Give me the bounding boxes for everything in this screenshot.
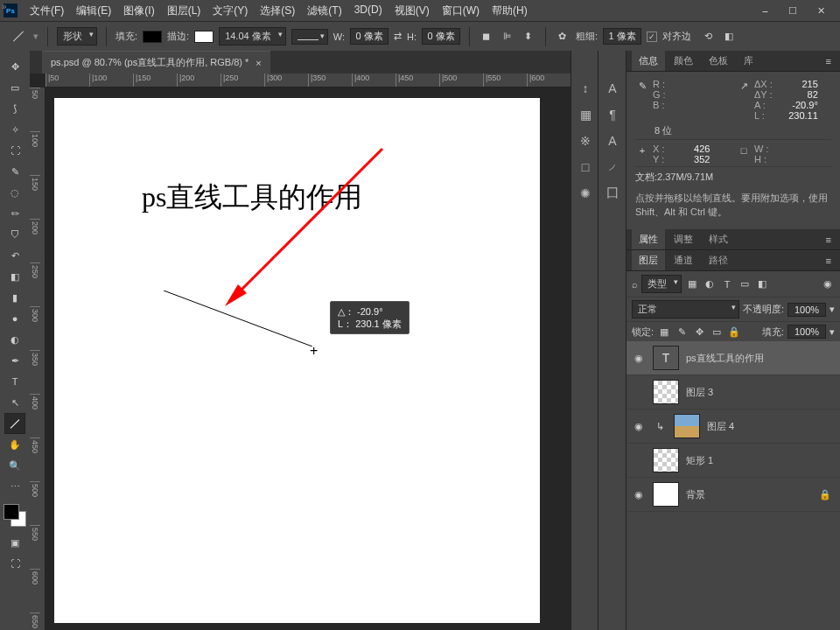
opacity-dropdown-icon[interactable]: ▾	[830, 304, 835, 315]
menu-help[interactable]: 帮助(H)	[486, 0, 533, 22]
menu-layer[interactable]: 图层(L)	[162, 0, 206, 22]
pen-tool[interactable]: ✒	[4, 350, 25, 371]
canvas[interactable]: ps直线工具的作用 + △： -20.9° L： 230.1 像素	[54, 98, 540, 623]
ruler-horizontal[interactable]: |50|100|150|200|250|300|350|400|450|500|…	[46, 74, 570, 88]
menu-filter[interactable]: 滤镜(T)	[302, 0, 346, 22]
hand-tool[interactable]: ✋	[4, 434, 25, 455]
tab-close-icon[interactable]: ×	[256, 58, 261, 68]
layer-name[interactable]: ps直线工具的作用	[686, 352, 764, 365]
gear-icon[interactable]: ✿	[555, 29, 570, 45]
layer-row[interactable]: ◉ 背景 🔒	[626, 478, 840, 512]
move-tool[interactable]: ✥	[4, 56, 25, 77]
eyedropper-tool[interactable]: ✎	[4, 161, 25, 182]
layer-name[interactable]: 图层 4	[707, 420, 734, 433]
tab-styles[interactable]: 样式	[702, 229, 735, 249]
color-swatches[interactable]	[4, 504, 26, 527]
lasso-tool[interactable]: ⟆	[4, 98, 25, 119]
menu-view[interactable]: 视图(V)	[389, 0, 435, 22]
layer-thumbnail[interactable]	[653, 448, 679, 472]
ruler-vertical[interactable]: 50100150200250300350400450500550600650	[30, 88, 46, 630]
extra-panel-icon[interactable]: ✺	[571, 180, 599, 206]
tab-swatches[interactable]: 色板	[702, 51, 735, 71]
layer-name[interactable]: 矩形 1	[686, 454, 713, 467]
fill-opacity-input[interactable]: 100%	[788, 325, 826, 339]
layer-name[interactable]: 图层 3	[686, 386, 713, 399]
close-button[interactable]: ✕	[812, 5, 830, 17]
line-tool[interactable]	[4, 413, 25, 434]
layer-row[interactable]: 矩形 1	[626, 444, 840, 478]
brush-panel-icon[interactable]: ※	[571, 128, 599, 154]
lock-paint-icon[interactable]: ✎	[675, 325, 689, 339]
history-panel-icon[interactable]: ↕	[571, 75, 599, 102]
maximize-button[interactable]: ☐	[784, 5, 802, 17]
quickmask-tool[interactable]: ▣	[4, 532, 25, 553]
screenmode-tool[interactable]: ⛶	[4, 553, 25, 574]
align-icon[interactable]: ⊫	[500, 29, 515, 45]
filter-smart-icon[interactable]: ◧	[755, 277, 769, 291]
tab-paths[interactable]: 路径	[702, 250, 735, 270]
crop-tool[interactable]: ⛶	[4, 140, 25, 161]
opacity-input[interactable]: 100%	[788, 303, 826, 317]
gradient-tool[interactable]: ▮	[4, 287, 25, 308]
layer-kind-dropdown[interactable]: 类型	[641, 275, 682, 293]
arrange-icon[interactable]: ⬍	[521, 29, 536, 45]
layer-row[interactable]: ◉ ↳ 图层 4	[626, 410, 840, 444]
align-edges-checkbox[interactable]: ✓	[647, 32, 657, 42]
character-panel-icon[interactable]: A	[598, 75, 626, 102]
blend-mode-dropdown[interactable]: 正常	[632, 300, 739, 318]
wand-tool[interactable]: ✧	[4, 119, 25, 140]
history-brush-tool[interactable]: ↶	[4, 245, 25, 266]
visibility-icon[interactable]: ◉	[632, 489, 646, 500]
menu-image[interactable]: 图像(I)	[118, 0, 159, 22]
swatches-panel-icon[interactable]: ▦	[571, 102, 599, 128]
layer-thumbnail[interactable]	[653, 482, 679, 507]
visibility-icon[interactable]: ◉	[632, 421, 646, 432]
path-select-tool[interactable]: ↖	[4, 392, 25, 413]
height-input[interactable]: 0 像素	[422, 28, 460, 45]
filter-adjust-icon[interactable]: ◐	[703, 277, 717, 291]
stroke-style-dropdown[interactable]	[291, 29, 328, 45]
layer-thumbnail[interactable]: T	[653, 346, 679, 370]
dodge-tool[interactable]: ◐	[4, 329, 25, 350]
tab-properties[interactable]: 属性	[632, 229, 665, 249]
layer-row[interactable]: 图层 3	[626, 375, 840, 410]
menu-3d[interactable]: 3D(D)	[349, 0, 388, 22]
lock-all-icon[interactable]: 🔒	[727, 325, 741, 339]
tab-adjust[interactable]: 调整	[667, 229, 700, 249]
paragraph-panel-icon[interactable]: ¶	[598, 102, 626, 128]
layer-row[interactable]: ◉ T ps直线工具的作用	[626, 341, 840, 375]
props-panel-menu-icon[interactable]: ≡	[822, 234, 835, 245]
text-tool[interactable]: T	[4, 371, 25, 392]
menu-type[interactable]: 文字(Y)	[207, 0, 253, 22]
artboard-tool[interactable]: ▭	[4, 77, 25, 98]
menu-file[interactable]: 文件(F)	[24, 0, 69, 22]
lock-trans-icon[interactable]: ▦	[657, 325, 671, 339]
stamp-tool[interactable]: ⛉	[4, 224, 25, 245]
width-input[interactable]: 0 像素	[350, 28, 388, 45]
menu-edit[interactable]: 编辑(E)	[71, 0, 116, 22]
toolbar-toggle-icon[interactable]: »	[2, 2, 7, 11]
menu-select[interactable]: 选择(S)	[255, 0, 300, 22]
minimize-button[interactable]: ‒	[756, 5, 774, 17]
filter-text-icon[interactable]: T	[720, 277, 734, 291]
blur-tool[interactable]: ●	[4, 308, 25, 329]
eraser-tool[interactable]: ◧	[4, 266, 25, 287]
lock-pos-icon[interactable]: ✥	[692, 325, 706, 339]
info-panel-menu-icon[interactable]: ≡	[822, 56, 835, 66]
visibility-icon[interactable]: ◉	[632, 353, 646, 364]
document-tab[interactable]: ps.psd @ 80.7% (ps直线工具的作用, RGB/8) * ×	[42, 51, 270, 74]
patch-tool[interactable]: ◌	[4, 182, 25, 203]
tab-channels[interactable]: 通道	[667, 250, 700, 270]
layer-thumbnail[interactable]	[653, 380, 679, 404]
stroke-width-dropdown[interactable]: 14.04 像素	[219, 27, 286, 46]
edit-toolbar[interactable]: ⋯	[4, 476, 25, 497]
tab-layers[interactable]: 图层	[632, 250, 665, 270]
path-ops-icon[interactable]: ◼	[479, 29, 494, 45]
tab-color[interactable]: 颜色	[667, 51, 700, 71]
actions-panel-icon[interactable]: ⟋	[598, 154, 626, 180]
notes-panel-icon[interactable]: 囗	[598, 180, 626, 206]
foreground-color-swatch[interactable]	[4, 504, 19, 520]
filter-pixel-icon[interactable]: ▦	[685, 277, 699, 291]
shape-panel-icon[interactable]: □	[571, 154, 599, 180]
link-wh-icon[interactable]: ⇄	[394, 31, 402, 42]
